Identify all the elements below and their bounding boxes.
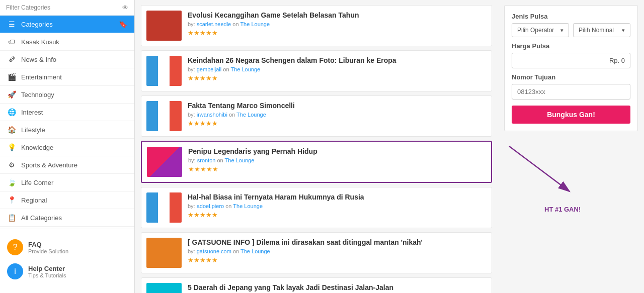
article-item[interactable]: Keindahan 26 Negara Schengen dalam Foto:… xyxy=(141,50,492,91)
sidebar-item-kasak-kusuk[interactable]: 🏷 Kasak Kusuk xyxy=(0,33,134,51)
technology-label: Technology xyxy=(21,91,54,99)
sidebar-item-lifestyle[interactable]: 🏠 Lifestyle xyxy=(0,121,134,139)
sports-icon: ⚙ xyxy=(7,161,16,169)
faq-title: FAQ xyxy=(28,241,68,248)
jenis-pulsa-label: Jenis Pulsa xyxy=(512,13,630,20)
entertainment-label: Entertainment xyxy=(21,73,62,81)
sidebar-item-categories[interactable]: ☰ Categories 🔖 xyxy=(0,16,134,33)
right-panel: Jenis Pulsa Pilih Operator Pilih Nominal… xyxy=(498,0,644,293)
harga-value-input[interactable] xyxy=(512,53,630,68)
regional-label: Regional xyxy=(21,197,47,204)
channel-link[interactable]: The Lounge xyxy=(240,248,270,254)
svg-line-1 xyxy=(509,146,570,191)
author-link[interactable]: irwanshohibi xyxy=(197,112,227,118)
author-link[interactable]: sronton xyxy=(197,157,216,163)
sidebar-item-news-info[interactable]: 🗞 News & Info xyxy=(0,51,134,68)
technology-icon: 🚀 xyxy=(7,90,16,99)
sidebar-item-interest[interactable]: 🌐 Interest xyxy=(0,104,134,121)
article-thumb xyxy=(146,101,182,131)
sidebar-bottom: ? FAQ Provide Solution i Help Center Tip… xyxy=(0,231,134,287)
sidebar-item-knowledge[interactable]: 💡 Knowledge xyxy=(0,139,134,156)
sidebar-item-regional[interactable]: 📍 Regional xyxy=(0,191,134,209)
bungkus-btn[interactable]: Bungkus Gan! xyxy=(512,106,630,124)
article-thumb xyxy=(146,192,182,223)
article-stars: ★★★★★ xyxy=(188,74,487,82)
article-meta: by: scarlet.needle on The Lounge xyxy=(188,21,487,27)
entertainment-icon: 🎬 xyxy=(7,73,16,81)
author-link[interactable]: gembeljail xyxy=(197,66,222,72)
all-categories-icon: 📋 xyxy=(7,214,16,222)
article-title: Evolusi Kecanggihan Game Setelah Belasan… xyxy=(188,11,487,20)
life-corner-icon: 🍃 xyxy=(7,178,16,186)
article-info: Hal-hal Biasa ini Ternyata Haram Hukumny… xyxy=(188,192,487,219)
filter-categories-label: Filter Categories xyxy=(6,4,50,11)
article-info: Evolusi Kecanggihan Game Setelah Belasan… xyxy=(188,11,487,37)
nomor-tujuan-input[interactable] xyxy=(512,84,630,100)
sidebar-item-all-categories[interactable]: 📋 All Categories xyxy=(0,209,134,227)
article-stars: ★★★★★ xyxy=(188,29,487,37)
article-title: Penipu Legendaris yang Pernah Hidup xyxy=(188,147,486,156)
help-center-subtitle: Tips & Tutorials xyxy=(28,272,66,278)
categories-label: Categories xyxy=(21,21,53,28)
sports-label: Sports & Adventure xyxy=(21,161,77,169)
divider xyxy=(0,229,134,229)
regional-icon: 📍 xyxy=(7,196,16,204)
faq-label-block: FAQ Provide Solution xyxy=(28,241,68,254)
sidebar-item-technology[interactable]: 🚀 Technology xyxy=(0,86,134,104)
article-item[interactable]: 5 Daerah di Jepang yang Tak layak Jadi D… xyxy=(141,277,492,293)
channel-link[interactable]: The Lounge xyxy=(230,66,260,72)
article-item[interactable]: Evolusi Kecanggihan Game Setelah Belasan… xyxy=(141,5,492,46)
article-info: Penipu Legendaris yang Pernah Hidup by: … xyxy=(188,147,486,173)
news-icon: 🗞 xyxy=(7,55,16,63)
article-meta: by: adoel.piero on The Lounge xyxy=(188,203,487,209)
article-thumb xyxy=(146,56,182,86)
channel-link[interactable]: The Lounge xyxy=(240,21,270,27)
eye-icon[interactable]: 👁 xyxy=(122,4,128,11)
news-info-label: News & Info xyxy=(21,56,56,63)
article-title: Fakta Tentang Marco Simoncelli xyxy=(188,101,487,110)
article-info: Keindahan 26 Negara Schengen dalam Foto:… xyxy=(188,56,487,82)
article-meta: by: gatsuone.com on The Lounge xyxy=(188,248,487,254)
faq-item[interactable]: ? FAQ Provide Solution xyxy=(0,235,134,259)
article-thumb xyxy=(146,11,182,41)
article-item[interactable]: Hal-hal Biasa ini Ternyata Haram Hukumny… xyxy=(141,187,492,228)
channel-link[interactable]: The Lounge xyxy=(225,157,255,163)
article-stars: ★★★★★ xyxy=(188,256,487,264)
nomor-tujuan-label: Nomor Tujuan xyxy=(512,73,630,81)
article-info: [ GATSUONE INFO ] Dilema ini dirasakan s… xyxy=(188,238,487,264)
interest-label: Interest xyxy=(21,109,43,116)
article-info: Fakta Tentang Marco Simoncelli by: irwan… xyxy=(188,101,487,127)
kasak-kusuk-label: Kasak Kusuk xyxy=(21,38,59,46)
interest-icon: 🌐 xyxy=(7,108,16,116)
pilih-nominal-btn[interactable]: Pilih Nominal xyxy=(573,23,630,37)
sidebar: Filter Categories 👁 ☰ Categories 🔖 🏷 Kas… xyxy=(0,0,135,293)
faq-subtitle: Provide Solution xyxy=(28,248,68,254)
author-link[interactable]: scarlet.needle xyxy=(197,21,231,27)
author-link[interactable]: adoel.piero xyxy=(197,203,224,209)
knowledge-label: Knowledge xyxy=(21,144,53,151)
sidebar-item-entertainment[interactable]: 🎬 Entertainment xyxy=(0,68,134,86)
author-link[interactable]: gatsuone.com xyxy=(197,248,231,254)
sidebar-item-life-corner[interactable]: 🍃 Life Corner xyxy=(0,174,134,191)
help-center-label-block: Help Center Tips & Tutorials xyxy=(28,265,66,278)
article-item[interactable]: [ GATSUONE INFO ] Dilema ini dirasakan s… xyxy=(141,232,492,273)
lifestyle-label: Lifestyle xyxy=(21,126,45,134)
faq-icon: ? xyxy=(7,239,23,255)
article-title: Hal-hal Biasa ini Ternyata Haram Hukumny… xyxy=(188,192,487,202)
life-corner-label: Life Corner xyxy=(21,179,53,186)
channel-link[interactable]: The Lounge xyxy=(236,112,266,118)
article-title: 5 Daerah di Jepang yang Tak layak Jadi D… xyxy=(188,283,487,292)
article-list: Evolusi Kecanggihan Game Setelah Belasan… xyxy=(135,0,498,293)
article-title: Keindahan 26 Negara Schengen dalam Foto:… xyxy=(188,56,487,65)
bookmark-icon[interactable]: 🔖 xyxy=(119,20,127,28)
knowledge-icon: 💡 xyxy=(7,143,16,151)
channel-link[interactable]: The Lounge xyxy=(233,203,263,209)
categories-icon: ☰ xyxy=(7,20,16,28)
help-center-item[interactable]: i Help Center Tips & Tutorials xyxy=(0,259,134,283)
pulsa-form: Jenis Pulsa Pilih Operator Pilih Nominal… xyxy=(504,5,638,131)
article-item[interactable]: Fakta Tentang Marco Simoncelli by: irwan… xyxy=(141,95,492,137)
sidebar-item-sports-adventure[interactable]: ⚙ Sports & Adventure xyxy=(0,156,134,174)
pilih-operator-btn[interactable]: Pilih Operator xyxy=(512,23,569,37)
harga-pulsa-label: Harga Pulsa xyxy=(512,42,630,50)
article-item[interactable]: Penipu Legendaris yang Pernah Hidup by: … xyxy=(141,141,492,183)
